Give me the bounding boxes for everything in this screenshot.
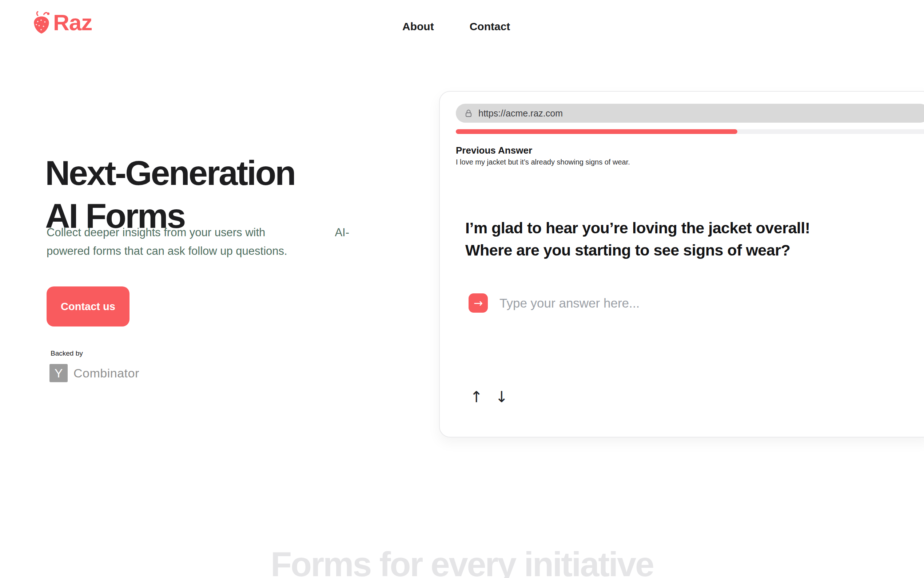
strawberry-icon [31, 11, 52, 34]
hero-subtitle-line-2: powered forms that can ask follow up que… [47, 242, 349, 260]
ai-question-line-1: I’m glad to hear you’re loving the jacke… [465, 219, 810, 237]
question-pager: ↑ ↓ [470, 390, 508, 405]
landing-page: Raz About Contact Next-Generation AI For… [0, 0, 924, 578]
ai-question-line-2: Where are you starting to see signs of w… [465, 241, 790, 259]
backed-by-label: Backed by [50, 349, 83, 357]
address-bar: https://acme.raz.com [456, 104, 924, 123]
browser-demo-card: https://acme.raz.com Previous Answer I l… [439, 91, 924, 437]
arrow-down-icon[interactable]: ↓ [495, 390, 508, 405]
arrow-up-icon[interactable]: ↑ [470, 390, 483, 405]
ai-question: I’m glad to hear you’re loving the jacke… [465, 217, 810, 261]
arrow-right-icon: → [474, 298, 483, 308]
y-combinator-icon: Y [50, 364, 68, 382]
lock-icon [464, 109, 473, 118]
previous-answer-text: I love my jacket but it’s already showin… [456, 158, 630, 166]
form-progress-fill [456, 129, 737, 134]
next-section-heading: Forms for every initiative [0, 544, 924, 578]
brand-logo[interactable]: Raz [31, 11, 92, 34]
brand-name: Raz [53, 11, 92, 34]
previous-answer-label: Previous Answer [456, 145, 532, 156]
answer-input[interactable] [499, 295, 731, 311]
hero-title-line-1: Next-Generation [45, 154, 295, 192]
y-combinator-name: Combinator [73, 366, 139, 380]
y-combinator-badge: Y Combinator [50, 364, 139, 382]
hero-subtitle: Collect deeper insights from your users … [47, 223, 349, 260]
top-nav: About Contact [402, 20, 510, 33]
nav-link-about[interactable]: About [402, 20, 434, 33]
form-progress-track [456, 129, 924, 134]
nav-link-contact[interactable]: Contact [469, 20, 510, 33]
hero-subtitle-line-1: Collect deeper insights from your users … [47, 223, 349, 242]
url-text: https://acme.raz.com [478, 108, 563, 119]
send-answer-button[interactable]: → [469, 293, 488, 313]
contact-us-button[interactable]: Contact us [47, 286, 129, 326]
answer-row: → [469, 293, 731, 313]
